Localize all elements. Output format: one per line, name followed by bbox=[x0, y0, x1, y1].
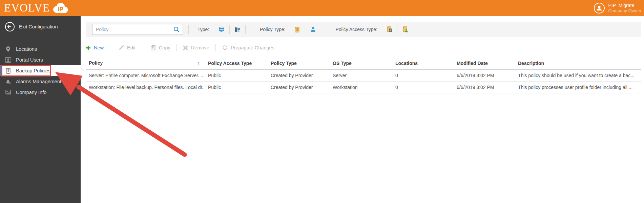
table-header-row: Policy ↑ Policy Access Type Policy Type … bbox=[86, 57, 641, 69]
propagate-changes-button[interactable]: Propagate Changes bbox=[222, 45, 274, 51]
alarms-icon bbox=[5, 79, 12, 85]
filter-divider bbox=[413, 25, 413, 34]
type-filter-label: Type: bbox=[198, 27, 209, 32]
cell-policy[interactable]: Workstation: File level backup. Personal… bbox=[86, 81, 205, 93]
search-input[interactable] bbox=[96, 27, 173, 32]
filter-divider bbox=[229, 25, 230, 34]
user-role: Company Owner bbox=[608, 8, 641, 14]
new-button-label: New bbox=[94, 45, 104, 50]
column-header-description[interactable]: Description bbox=[515, 57, 641, 69]
sidebar-nav: Locations Portal Users bbox=[0, 44, 81, 98]
magnifier-icon[interactable] bbox=[173, 26, 180, 33]
sidebar-item-label: Locations bbox=[16, 46, 37, 52]
company-info-icon bbox=[5, 90, 12, 95]
pencil-icon bbox=[119, 45, 124, 50]
sidebar-item-alarms-management[interactable]: Alarms Management bbox=[0, 76, 81, 87]
cell-os: Server bbox=[330, 69, 392, 81]
back-arrow-icon bbox=[5, 22, 15, 32]
policy-type-filter-label: Policy Type: bbox=[260, 27, 285, 32]
logo-text: EVOLVE bbox=[4, 2, 50, 14]
svg-text:IP: IP bbox=[58, 6, 63, 13]
sort-ascending-icon[interactable]: ↑ bbox=[197, 60, 200, 66]
table-row[interactable]: Workstation: File level backup. Personal… bbox=[86, 81, 641, 93]
remove-button-label: Remove bbox=[191, 45, 209, 50]
table-row[interactable]: Server: Entire computer. Microsoft Excha… bbox=[86, 69, 641, 81]
cell-os: Workstation bbox=[330, 81, 392, 93]
cell-policy[interactable]: Server: Entire computer. Microsoft Excha… bbox=[86, 69, 205, 81]
edit-button[interactable]: Edit bbox=[119, 45, 136, 50]
actions-toolbar: New Edit Copy bbox=[86, 42, 641, 54]
sidebar-item-label: Backup Policies bbox=[16, 68, 50, 73]
cell-description: This policy processes user profile folde… bbox=[515, 81, 641, 93]
sidebar-item-label: Company Info bbox=[16, 90, 46, 95]
column-header-policy-access-type[interactable]: Policy Access Type bbox=[205, 57, 268, 69]
sidebar-item-company-info[interactable]: Company Info bbox=[0, 87, 81, 98]
cell-modified: 6/6/2019 3:02 PM bbox=[454, 69, 515, 81]
user-name: EIP_Migrate bbox=[608, 3, 641, 8]
exit-configuration-label: Exit Configuration bbox=[19, 24, 58, 29]
user-menu[interactable]: EIP_Migrate Company Owner bbox=[594, 3, 642, 14]
cell-access: Public bbox=[205, 69, 268, 81]
policy-access-type-filter-label: Policy Access Type: bbox=[335, 27, 377, 32]
x-icon bbox=[183, 45, 188, 50]
plus-icon bbox=[86, 45, 91, 50]
toolbar-divider bbox=[176, 44, 177, 51]
sidebar-item-label: Portal Users bbox=[16, 57, 43, 63]
column-header-modified-date[interactable]: Modified Date bbox=[454, 57, 515, 69]
cell-modified: 6/6/2019 3:02 PM bbox=[454, 81, 515, 93]
filter-divider bbox=[397, 25, 397, 34]
filter-divider bbox=[245, 25, 246, 34]
column-header-os-type[interactable]: OS Type bbox=[330, 57, 392, 69]
top-bar: EVOLVE IP EIP_Migrate Company Owner bbox=[0, 0, 644, 16]
user-avatar-icon bbox=[594, 3, 605, 14]
backup-policies-icon bbox=[5, 68, 12, 74]
copy-icon bbox=[150, 45, 156, 50]
exit-configuration-button[interactable]: Exit Configuration bbox=[0, 16, 81, 37]
remove-button[interactable]: Remove bbox=[183, 45, 209, 50]
filter-divider bbox=[305, 25, 305, 34]
cell-description: This policy should be used if you want t… bbox=[515, 69, 641, 81]
sidebar-item-label: Alarms Management bbox=[16, 79, 61, 84]
policies-table: Policy ↑ Policy Access Type Policy Type … bbox=[86, 57, 641, 93]
refresh-icon bbox=[222, 45, 228, 51]
cloud-ip-icon: IP bbox=[51, 2, 69, 15]
public-policy-icon[interactable] bbox=[400, 24, 410, 35]
server-type-icon[interactable] bbox=[216, 24, 227, 35]
user-policy-icon[interactable] bbox=[308, 24, 318, 35]
cell-type: Created by Provider bbox=[268, 69, 330, 81]
provider-policy-icon[interactable] bbox=[292, 24, 302, 35]
portal-users-icon bbox=[5, 57, 12, 63]
cell-locations-link[interactable]: 0 bbox=[392, 81, 454, 93]
cell-locations-link[interactable]: 0 bbox=[392, 69, 454, 81]
filter-divider bbox=[188, 25, 189, 34]
copy-button[interactable]: Copy bbox=[150, 45, 170, 50]
column-header-policy-type[interactable]: Policy Type bbox=[268, 57, 330, 69]
filter-divider bbox=[321, 25, 321, 34]
filter-bar: Type: Policy Type: bbox=[86, 22, 641, 37]
policy-search-box[interactable] bbox=[92, 24, 183, 35]
toolbar-divider bbox=[215, 44, 216, 51]
workstation-type-icon[interactable] bbox=[232, 24, 243, 35]
cell-access: Public bbox=[205, 81, 268, 93]
sidebar-item-portal-users[interactable]: Portal Users bbox=[0, 54, 81, 65]
evolve-ip-logo: EVOLVE IP bbox=[4, 2, 69, 15]
cell-type: Created by Provider bbox=[268, 81, 330, 93]
sidebar-item-locations[interactable]: Locations bbox=[0, 44, 81, 54]
location-pin-icon bbox=[5, 46, 12, 52]
private-policy-icon[interactable] bbox=[384, 24, 394, 35]
column-header-locations[interactable]: Locations bbox=[392, 57, 454, 69]
main-content: Type: Policy Type: bbox=[81, 16, 644, 203]
sidebar-item-backup-policies[interactable]: Backup Policies bbox=[0, 65, 81, 76]
sidebar: Exit Configuration Locations bbox=[0, 16, 81, 203]
copy-button-label: Copy bbox=[159, 45, 170, 50]
column-header-policy[interactable]: Policy ↑ bbox=[86, 57, 205, 69]
new-button[interactable]: New bbox=[86, 45, 104, 50]
propagate-changes-label: Propagate Changes bbox=[231, 45, 274, 50]
edit-button-label: Edit bbox=[127, 45, 136, 50]
